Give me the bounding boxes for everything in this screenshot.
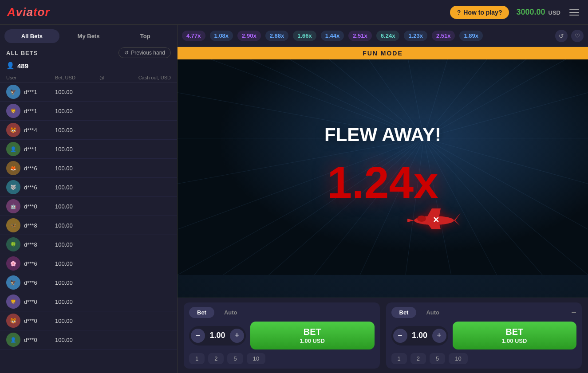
multiplier-pill[interactable]: 1.08x <box>210 31 233 41</box>
bet-2-quick-amounts: 1 2 5 10 <box>391 353 577 364</box>
avatar: 👤 <box>6 333 20 347</box>
bet-row: 👤 d***0 100.00 <box>0 330 177 349</box>
tab-top[interactable]: Top <box>118 29 173 43</box>
col-header-cashout: Cash out, USD <box>117 75 171 80</box>
multiplier-pill[interactable]: 2.90x <box>237 31 261 41</box>
history-icon-button[interactable]: ↺ <box>555 30 568 42</box>
multiplier-pill[interactable]: 1.23x <box>404 31 427 41</box>
hamburger-line-1 <box>569 9 579 10</box>
bet-1-quick-4[interactable]: 10 <box>247 353 265 364</box>
avatar: 🐺 <box>6 180 20 194</box>
col-header-at: @ <box>99 75 117 80</box>
username: d***4 <box>24 127 55 133</box>
multiplier-pill[interactable]: 4.77x <box>182 31 205 41</box>
tab-all-bets[interactable]: All Bets <box>4 29 59 43</box>
avatar: 🍀 <box>6 237 20 251</box>
multiplier-pill[interactable]: 2.51x <box>432 31 455 41</box>
avatar: 🦊 <box>6 161 20 175</box>
bet-1-quick-2[interactable]: 2 <box>208 353 224 364</box>
multiplier-pill[interactable]: 6.24x <box>376 31 400 41</box>
bet-amount: 100.00 <box>55 318 99 324</box>
header-right: ? How to play? 3000.00 USD <box>450 6 581 19</box>
bet-panel-2-close-button[interactable]: − <box>571 307 576 318</box>
username: d***0 <box>24 203 55 210</box>
logo: Aviator <box>7 5 50 19</box>
multiplier-pill[interactable]: 2.51x <box>348 31 372 41</box>
tabs: All Bets My Bets Top <box>0 25 177 43</box>
username: d***1 <box>24 108 55 114</box>
multiplier-pill[interactable]: 1.44x <box>321 31 344 41</box>
bet-amount: 100.00 <box>55 241 99 248</box>
multiplier-pill[interactable]: 1.66x <box>293 31 316 41</box>
username: d***6 <box>24 260 55 267</box>
multiplier-pill[interactable]: 1.89x <box>459 31 483 41</box>
bet-panel-1-tab-auto[interactable]: Auto <box>216 307 245 318</box>
bet-1-decrease-button[interactable]: − <box>191 329 205 343</box>
bet-2-quick-4[interactable]: 10 <box>449 353 467 364</box>
bet-2-increase-button[interactable]: + <box>432 329 446 343</box>
flew-away-text: FLEW AWAY! <box>324 124 441 145</box>
how-to-play-button[interactable]: ? How to play? <box>450 6 509 19</box>
username: d***6 <box>24 279 55 286</box>
bet-amount: 100.00 <box>55 222 99 229</box>
bet-row: 🤖 d***0 100.00 <box>0 197 177 216</box>
all-bets-header: ALL BETS ↺ Previous hand <box>0 43 177 61</box>
bet-panel-1-tab-bet[interactable]: Bet <box>189 307 214 318</box>
bet-1-quick-1[interactable]: 1 <box>189 353 205 364</box>
balance-amount: 3000.00 <box>516 8 545 16</box>
heart-icon-button[interactable]: ♡ <box>571 30 584 42</box>
bet-2-decrease-button[interactable]: − <box>393 329 407 343</box>
username: d***6 <box>24 184 55 191</box>
bet-2-quick-1[interactable]: 1 <box>391 353 407 364</box>
col-header-user: User <box>6 75 55 80</box>
bet-row: 🐯 d***4 100.00 <box>0 121 177 140</box>
avatar: 🦁 <box>6 104 20 118</box>
username: d***0 <box>24 318 55 324</box>
plane-icon: ✕ <box>403 202 465 243</box>
bet-2-quick-3[interactable]: 5 <box>430 353 445 364</box>
hamburger-line-2 <box>569 12 579 13</box>
multiplier-pill[interactable]: 2.88x <box>265 31 289 41</box>
bet-amount: 100.00 <box>55 165 99 172</box>
avatar: 🤖 <box>6 199 20 213</box>
user-count-number: 489 <box>17 62 28 70</box>
avatar: 🌸 <box>6 256 20 271</box>
bet-1-quick-amounts: 1 2 5 10 <box>189 353 375 364</box>
tab-my-bets[interactable]: My Bets <box>61 29 116 43</box>
bet-stepper-2: − 1.00 + <box>391 326 448 346</box>
bet-amount: 100.00 <box>55 184 99 191</box>
header: Aviator ? How to play? 3000.00 USD <box>0 0 588 25</box>
col-header-bet: Bet, USD <box>55 75 99 80</box>
bet-amount: 100.00 <box>55 146 99 153</box>
bet-amount: 100.00 <box>55 279 99 286</box>
balance-currency: USD <box>549 9 560 16</box>
fun-mode-banner: FUN MODE <box>178 47 588 59</box>
username: d***0 <box>24 337 55 343</box>
bet-amount: 100.00 <box>55 89 99 95</box>
bet-panel-2-tab-auto[interactable]: Auto <box>418 307 447 318</box>
history-icon: ↺ <box>124 50 129 56</box>
previous-hand-button[interactable]: ↺ Previous hand <box>118 47 171 58</box>
multiplier-display: 1.24x <box>327 160 438 204</box>
bet-2-btn-sub: 1.00 USD <box>456 338 573 345</box>
bet-panel-1-input-row: − 1.00 + BET 1.00 USD <box>189 322 375 349</box>
svg-marker-30 <box>407 219 414 222</box>
bet-2-main-button[interactable]: BET 1.00 USD <box>453 322 577 349</box>
avatar: 👤 <box>6 142 20 156</box>
bet-1-main-button[interactable]: BET 1.00 USD <box>250 322 375 349</box>
hamburger-button[interactable] <box>568 8 581 17</box>
user-count: 👤 489 <box>0 61 177 73</box>
svg-text:✕: ✕ <box>433 216 439 224</box>
bet-panel-2: Bet Auto − − 1.00 + BET 1.00 USD <box>386 302 582 369</box>
bet-1-btn-sub: 1.00 USD <box>254 338 371 345</box>
bet-panel-2-tab-bet[interactable]: Bet <box>391 307 417 318</box>
svg-marker-31 <box>454 213 461 220</box>
username: d***1 <box>24 146 55 153</box>
username: d***1 <box>24 89 55 95</box>
bet-row: 🦋 d***8 100.00 <box>0 216 177 235</box>
bet-panel-1: Bet Auto − 1.00 + BET 1.00 USD 1 <box>184 302 380 369</box>
bet-1-increase-button[interactable]: + <box>230 329 244 343</box>
avatar: 🦁 <box>6 294 20 309</box>
bet-1-quick-3[interactable]: 5 <box>227 353 243 364</box>
bet-2-quick-2[interactable]: 2 <box>410 353 426 364</box>
